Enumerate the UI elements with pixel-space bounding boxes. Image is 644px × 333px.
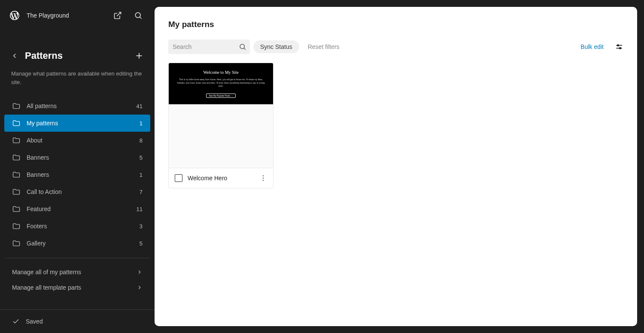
- sidebar-item-call-to-action[interactable]: Call to Action 7: [4, 183, 150, 200]
- pattern-title: Welcome Hero: [188, 175, 254, 182]
- sidebar-item-banners-2[interactable]: Banners 1: [4, 166, 150, 183]
- folder-icon: [12, 136, 21, 145]
- sidebar-item-count: 11: [137, 206, 143, 212]
- wordpress-logo-icon[interactable]: [9, 9, 21, 21]
- search-wrap: [168, 39, 250, 54]
- sidebar-description: Manage what patterns are available when …: [0, 63, 155, 95]
- main-panel: My patterns Sync Status Reset filters Bu…: [155, 7, 637, 326]
- folder-icon: [12, 239, 21, 248]
- sidebar-item-label: All patterns: [27, 103, 57, 109]
- sidebar-item-gallery[interactable]: Gallery 5: [4, 235, 150, 252]
- pattern-category-list: All patterns 41 My patterns 1 About 8 Ba…: [0, 95, 155, 254]
- site-title[interactable]: The Playground: [27, 12, 104, 19]
- preview-description: This is my little home away from home. H…: [176, 78, 265, 88]
- pattern-preview: Welcome to My Site This is my little hom…: [169, 63, 273, 168]
- manage-item-label: Manage all template parts: [12, 284, 81, 291]
- svg-point-1: [135, 12, 140, 18]
- sidebar-item-all-patterns[interactable]: All patterns 41: [4, 97, 150, 115]
- folder-icon: [12, 102, 21, 110]
- sidebar-item-banners[interactable]: Banners 5: [4, 149, 150, 166]
- sidebar-item-count: 8: [140, 137, 143, 144]
- sidebar-item-featured[interactable]: Featured 11: [4, 200, 150, 218]
- select-checkbox[interactable]: [175, 174, 182, 182]
- sidebar-item-label: Banners: [27, 171, 49, 178]
- preview-title: Welcome to My Site: [176, 70, 265, 75]
- svg-point-13: [263, 180, 264, 181]
- pattern-card[interactable]: Welcome to My Site This is my little hom…: [168, 63, 273, 188]
- preview-button: See My Popular Posts →: [206, 94, 236, 98]
- manage-all-template-parts[interactable]: Manage all template parts: [4, 280, 150, 295]
- sidebar-item-label: About: [27, 137, 43, 144]
- sync-status-filter[interactable]: Sync Status: [253, 40, 299, 53]
- sidebar-item-label: Gallery: [27, 240, 46, 247]
- saved-label: Saved: [26, 318, 43, 325]
- sidebar-item-count: 5: [140, 240, 143, 247]
- sidebar-header: Patterns: [0, 31, 155, 63]
- svg-point-11: [263, 176, 264, 176]
- folder-icon: [12, 170, 21, 179]
- back-button[interactable]: [9, 50, 21, 62]
- preview-hero: Welcome to My Site This is my little hom…: [169, 63, 273, 104]
- patterns-grid: Welcome to My Site This is my little hom…: [155, 63, 637, 188]
- manage-all-my-patterns[interactable]: Manage all of my patterns: [4, 264, 150, 280]
- reset-filters-button[interactable]: Reset filters: [308, 43, 340, 50]
- sidebar-item-about[interactable]: About 8: [4, 132, 150, 149]
- svg-line-2: [140, 17, 142, 19]
- sidebar-footer: Saved: [0, 309, 155, 333]
- sidebar-item-my-patterns[interactable]: My patterns 1: [4, 115, 150, 132]
- check-icon: [12, 318, 20, 325]
- sidebar-top-bar: The Playground: [0, 0, 155, 31]
- folder-icon: [12, 205, 21, 213]
- sidebar-item-label: Banners: [27, 154, 49, 161]
- sidebar-item-footers[interactable]: Footers 3: [4, 218, 150, 235]
- sidebar-item-count: 5: [140, 154, 143, 161]
- sidebar-item-count: 7: [140, 189, 143, 195]
- bulk-edit-button[interactable]: Bulk edit: [580, 43, 604, 50]
- sidebar-item-label: Footers: [27, 223, 47, 230]
- svg-point-10: [620, 48, 621, 49]
- sidebar-item-count: 1: [140, 172, 143, 178]
- search-input[interactable]: [168, 39, 250, 54]
- sidebar-title: Patterns: [25, 50, 132, 61]
- sidebar-manage-section: Manage all of my patterns Manage all tem…: [0, 262, 155, 298]
- page-title: My patterns: [155, 7, 637, 33]
- sidebar-item-count: 41: [137, 103, 143, 109]
- folder-icon: [12, 188, 21, 196]
- external-link-icon[interactable]: [110, 8, 125, 23]
- search-icon[interactable]: [131, 8, 146, 23]
- sidebar-item-count: 3: [140, 223, 143, 230]
- svg-point-12: [263, 178, 264, 179]
- sidebar-item-count: 1: [140, 120, 143, 127]
- top-icons: [110, 8, 146, 23]
- sidebar-item-label: Featured: [27, 206, 51, 212]
- sidebar: The Playground Patterns Manage what patt…: [0, 0, 155, 333]
- pattern-card-footer: Welcome Hero: [169, 168, 273, 188]
- more-options-icon[interactable]: [259, 174, 267, 182]
- manage-item-label: Manage all of my patterns: [12, 269, 81, 275]
- sidebar-item-label: My patterns: [27, 120, 58, 127]
- add-pattern-button[interactable]: [132, 49, 146, 63]
- view-options-icon[interactable]: [615, 42, 623, 51]
- sidebar-item-label: Call to Action: [27, 188, 62, 195]
- toolbar: Sync Status Reset filters Bulk edit: [155, 33, 637, 63]
- svg-line-0: [117, 12, 121, 16]
- chevron-right-icon: [137, 285, 143, 291]
- sidebar-divider: [4, 258, 150, 258]
- chevron-right-icon: [137, 269, 143, 275]
- svg-point-9: [617, 45, 619, 46]
- folder-icon: [12, 119, 21, 127]
- folder-icon: [12, 153, 21, 162]
- folder-icon: [12, 222, 21, 230]
